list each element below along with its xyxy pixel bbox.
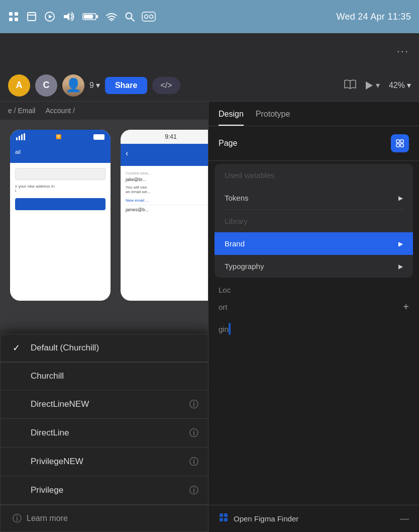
mobile-header-2: ‹ (121, 144, 208, 166)
avatar-photo-face: 👤 (62, 74, 84, 97)
breadcrumb-left: e / Email (8, 107, 35, 115)
layers-icon (26, 11, 37, 22)
svg-rect-22 (400, 144, 403, 147)
code-button[interactable]: </> (152, 77, 180, 94)
library-item-directline[interactable]: ✓ DirectLine ⓘ (1, 419, 208, 448)
mobile-text-1: n your new address inl. (15, 184, 106, 193)
avatar-user-a[interactable]: A (8, 74, 30, 97)
svg-point-15 (145, 15, 148, 19)
menubar: Wed 24 Apr 11:35 (0, 0, 419, 33)
book-icon[interactable] (344, 79, 357, 92)
finder-bar-icon (219, 512, 229, 525)
svg-point-16 (150, 15, 153, 19)
library-dropdown-selected[interactable]: ✓ Default (Churchill) (1, 334, 208, 362)
library-selector-dropdown: ✓ Default (Churchill) ✓ Churchill ✓ Dire… (0, 334, 208, 532)
mobile-new-email-label: New email ... (126, 198, 208, 205)
info-icon-privilegenew[interactable]: ⓘ (189, 456, 198, 468)
typography-item[interactable]: Typography ▶ (215, 255, 413, 278)
mobile-frame-1: 🛜 ail n your new address inl. (10, 130, 111, 301)
page-icon-btn[interactable] (391, 134, 409, 152)
svg-rect-1 (15, 12, 18, 16)
export-label: ort (219, 303, 228, 311)
finder-dash: — (400, 513, 409, 524)
grid-icon (8, 11, 19, 22)
mobile-body-2: Current ema... jake@br... You will neean… (121, 166, 208, 217)
variables-dropdown: Used variables Tokens ▶ Library Brand ▶ … (215, 164, 413, 278)
local-row: Loc (208, 281, 419, 296)
local-label: Loc (219, 286, 231, 294)
canvas-area: e / Email Account / 🛜 ail (0, 102, 208, 532)
search-icon[interactable] (125, 12, 135, 22)
panel-content: Loc ort + gin (208, 281, 419, 532)
svg-rect-26 (224, 518, 228, 521)
mobile-status-bar-2: 9:41 (121, 130, 208, 144)
mobile-email-value: james@b... (126, 207, 208, 212)
panel-tabs: Design Prototype (208, 102, 419, 126)
svg-line-13 (131, 18, 134, 21)
svg-marker-7 (64, 13, 69, 21)
play-circle-icon (44, 11, 55, 22)
svg-rect-24 (224, 513, 228, 517)
play-icon[interactable]: ▾ (366, 80, 380, 90)
open-figma-finder-bar[interactable]: Open Figma Finder — (208, 505, 419, 532)
tab-design[interactable]: Design (219, 110, 244, 126)
info-icon-directline[interactable]: ⓘ (189, 427, 198, 439)
page-section: Page (208, 126, 419, 161)
avatar-user-c[interactable]: C (35, 74, 57, 97)
user-count-badge[interactable]: 9 ▾ (89, 80, 100, 90)
mobile-input-field (15, 168, 106, 180)
menubar-right: Wed 24 Apr 11:35 (336, 12, 411, 22)
library-item-churchill[interactable]: ✓ Churchill (1, 363, 208, 390)
learn-more-button[interactable]: ⓘ Learn more (1, 505, 208, 531)
breadcrumb-bar: e / Email Account / (0, 102, 208, 120)
arrow-right-icon-typography: ▶ (398, 263, 403, 270)
page-label: Page (219, 139, 237, 148)
toolbar2-right-actions: ▾ 42% ▾ (344, 79, 411, 92)
info-circle-icon: ⓘ (13, 512, 22, 524)
export-row: ort + (208, 296, 419, 318)
avatar-user-photo[interactable]: 👤 (62, 74, 84, 97)
library-item-directlinenew[interactable]: ✓ DirectLineNEW ⓘ (1, 390, 208, 419)
login-accent-bar (229, 323, 231, 335)
svg-rect-19 (396, 140, 399, 143)
tokens-item[interactable]: Tokens ▶ (215, 187, 413, 209)
library-item-privilegenew[interactable]: ✓ PrivilegeNEW ⓘ (1, 448, 208, 476)
library-item-privilege[interactable]: ✓ Privilege ⓘ (1, 476, 208, 505)
mobile-header-1: ail (10, 144, 111, 163)
mobile-input-label: Current ema... (126, 171, 208, 175)
svg-point-11 (111, 20, 113, 22)
add-export-icon[interactable]: + (403, 301, 409, 313)
info-icon-directlinenew[interactable]: ⓘ (189, 398, 198, 410)
tab-prototype[interactable]: Prototype (256, 110, 290, 126)
wifi-icon (106, 12, 118, 21)
svg-rect-2 (9, 18, 13, 21)
main-area: e / Email Account / 🛜 ail (0, 102, 419, 532)
chevron-down-icon: ▾ (96, 80, 100, 90)
chevron-down-icon: ▾ (407, 80, 411, 90)
spacer (208, 338, 419, 505)
mobile-submit-btn (15, 198, 106, 210)
share-button[interactable]: Share (105, 77, 147, 94)
svg-rect-25 (220, 518, 223, 521)
svg-rect-4 (28, 13, 36, 21)
zoom-control[interactable]: 42% ▾ (389, 80, 411, 90)
arrow-right-icon: ▶ (398, 195, 403, 202)
more-options-icon[interactable]: ··· (397, 45, 409, 58)
menubar-left (8, 11, 156, 22)
menubar-clock: Wed 24 Apr 11:35 (336, 12, 411, 22)
app-toolbar: ··· (0, 33, 419, 69)
svg-rect-9 (96, 15, 98, 18)
svg-rect-3 (15, 18, 18, 21)
login-label: gin (219, 325, 229, 333)
svg-rect-20 (400, 140, 403, 143)
mobile-text-2: You will neean email we... (126, 185, 208, 194)
brand-item[interactable]: Brand ▶ (215, 232, 413, 255)
avatar-menubar-icon (142, 12, 156, 22)
mobile-body-1: n your new address inl. (10, 163, 111, 219)
info-icon-privilege[interactable]: ⓘ (189, 484, 198, 496)
breadcrumb-right: Account / (45, 107, 74, 115)
checkmark-icon: ✓ (13, 342, 25, 353)
mobile-frame-2: 9:41 ‹ Current ema... jake@br... You wil… (121, 130, 208, 301)
right-panel: Design Prototype Page Used variables (208, 102, 419, 532)
svg-rect-23 (220, 513, 223, 517)
